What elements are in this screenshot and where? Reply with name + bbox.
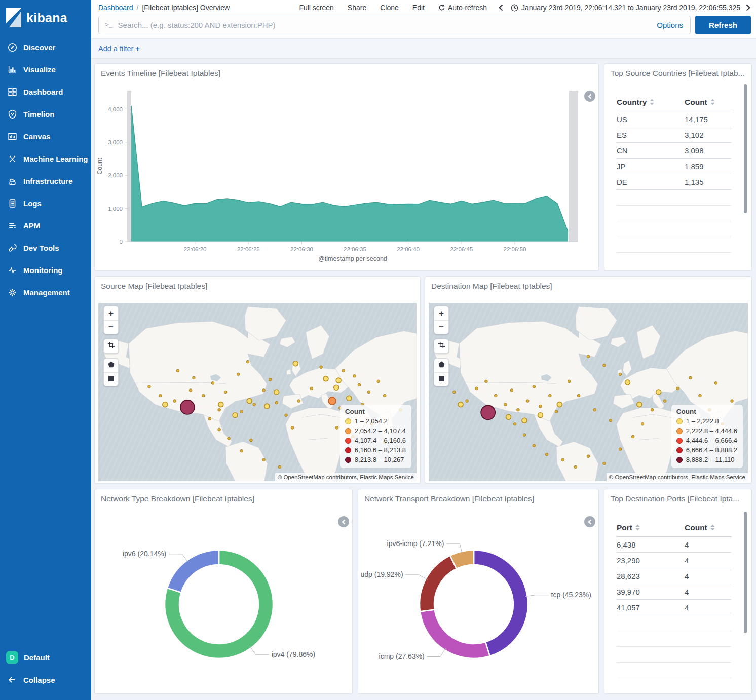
map-attribution[interactable]: © OpenStreetMap contributors, Elastic Ma… (275, 473, 417, 481)
refresh-button[interactable]: Refresh (695, 16, 751, 34)
sidebar-item-timelion[interactable]: Timelion (0, 103, 91, 125)
sidebar-item-machine-learning[interactable]: Machine Learning (0, 147, 91, 170)
sidebar-item-management[interactable]: Management (0, 281, 91, 303)
rectangle-icon (438, 374, 445, 384)
column-header-port[interactable]: Port (617, 523, 685, 532)
sort-icon (635, 524, 640, 531)
table-row: 23,2904 (617, 553, 731, 568)
pie-slice-icmp[interactable] (420, 609, 490, 658)
table-row-empty (617, 206, 731, 221)
destination-map[interactable]: +−Count1 – 2,222.82,222.8 – 4,444.64,444… (429, 303, 748, 481)
table-cell: 1,135 (685, 178, 731, 186)
map-draw-rectangle-button[interactable] (104, 372, 118, 386)
sidebar-item-monitoring[interactable]: Monitoring (0, 259, 91, 281)
time-prev-button[interactable] (498, 4, 504, 11)
column-header-country[interactable]: Country (617, 98, 685, 107)
map-fit-bounds-button[interactable] (104, 339, 118, 353)
legend-entry: 2,222.8 – 4,444.6 (676, 427, 737, 435)
svg-text:22:06:35: 22:06:35 (344, 246, 366, 252)
pie-slice-udp[interactable] (420, 556, 457, 612)
add-filter-button[interactable]: Add a filter+ (98, 45, 140, 53)
table-row: 6,4384 (617, 537, 731, 553)
breadcrumb-current: [Filebeat Iptables] Overview (142, 4, 230, 12)
query-options-link[interactable]: Options (657, 21, 683, 29)
pie-slice-tcp[interactable] (474, 550, 528, 656)
map-zoom-out-button[interactable]: − (434, 320, 448, 334)
map-draw-rectangle-button[interactable] (434, 372, 448, 386)
sort-icon (650, 99, 654, 105)
sidebar-item-spaces[interactable]: D Default (0, 646, 91, 669)
legend-swatch (345, 457, 351, 463)
table-cell: ES (617, 131, 685, 139)
sidebar-item-infrastructure[interactable]: Infrastructure (0, 170, 91, 192)
search-input[interactable] (118, 21, 657, 29)
sidebar-item-logs[interactable]: Logs (0, 192, 91, 214)
table-row: US14,175 (617, 111, 731, 127)
column-header-count[interactable]: Count (685, 98, 731, 107)
legend-entry: 4,107.4 – 6,160.6 (345, 437, 406, 444)
table-cell: 4 (685, 556, 731, 565)
panel-top-destination-ports: Top Destination Ports [Filebeat Ipta... … (604, 489, 752, 694)
menu-item-clone[interactable]: Clone (380, 4, 399, 12)
panel-destination-map: Destination Map [Filebeat Iptables] +−Co… (425, 276, 752, 484)
map-draw-polygon-button[interactable] (434, 359, 448, 372)
table-cell: 3,102 (685, 131, 731, 139)
filter-bar: Add a filter+ (91, 38, 756, 59)
legend-toggle-button[interactable] (584, 516, 595, 527)
pie-slice-ipv6[interactable] (167, 550, 219, 593)
time-next-button[interactable] (745, 4, 751, 11)
legend-entry: 1 – 2,222.8 (676, 417, 737, 425)
map-legend: Count1 – 2,054.22,054.2 – 4,107.44,107.4… (340, 405, 411, 468)
legend-label: 4,107.4 – 6,160.6 (355, 437, 406, 444)
time-range-text: January 23rd 2019, 22:06:14.321 to Janua… (521, 4, 740, 12)
ports-table: PortCount6,438423,290428,623439,970441,0… (617, 519, 731, 678)
legend-label: 8,213.8 – 10,267 (355, 456, 404, 463)
map-zoom-out-button[interactable]: − (104, 320, 118, 334)
source-map[interactable]: +−Count1 – 2,054.22,054.2 – 4,107.44,107… (98, 303, 417, 481)
sidebar-item-visualize[interactable]: Visualize (0, 58, 91, 81)
table-cell: DE (617, 178, 685, 186)
svg-text:22:06:45: 22:06:45 (450, 246, 473, 252)
table-row: ES3,102 (617, 127, 731, 143)
map-zoom-in-button[interactable]: + (434, 306, 448, 320)
column-header-count[interactable]: Count (685, 523, 731, 532)
menu-item-edit[interactable]: Edit (412, 4, 425, 12)
legend-toggle-button[interactable] (338, 516, 349, 527)
sidebar-item-dev-tools[interactable]: Dev Tools (0, 237, 91, 259)
table-cell: 23,290 (617, 556, 685, 565)
map-attribution[interactable]: © OpenStreetMap contributors, Elastic Ma… (607, 473, 748, 481)
apm-icon (7, 220, 18, 231)
search-box[interactable]: >_ Options (98, 16, 691, 34)
kibana-logo[interactable]: kibana (0, 0, 91, 34)
breadcrumb: Dashboard/[Filebeat Iptables] Overview (98, 4, 230, 12)
svg-text:22:06:30: 22:06:30 (290, 246, 313, 252)
sidebar-nav: DiscoverVisualizeDashboardTimelionCanvas… (0, 36, 91, 303)
sidebar-item-discover[interactable]: Discover (0, 36, 91, 58)
menu-item-share[interactable]: Share (348, 4, 366, 12)
panel-title: Top Destination Ports [Filebeat Ipta... (604, 489, 751, 503)
kibana-logo-icon (6, 8, 21, 27)
sidebar-collapse-button[interactable]: Collapse (0, 669, 91, 691)
breadcrumb-separator: / (137, 4, 139, 12)
breadcrumb-dashboard-link[interactable]: Dashboard (98, 4, 133, 12)
sidebar-item-label: Visualize (23, 65, 56, 74)
network-type-donut: ipv4 (79.86%)ipv6 (20.14%) (95, 489, 352, 693)
sidebar-item-canvas[interactable]: Canvas (0, 125, 91, 147)
menu-item-full-screen[interactable]: Full screen (299, 4, 333, 12)
scrollbar[interactable] (744, 512, 747, 633)
map-draw-polygon-button[interactable] (104, 359, 118, 372)
map-fit-bounds-button[interactable] (434, 339, 448, 353)
legend-toggle-button[interactable] (584, 91, 595, 102)
events-timeline-plot[interactable]: 01,0002,0003,0004,00022:06:2022:06:2522:… (95, 78, 599, 271)
map-zoom-in-button[interactable]: + (104, 306, 118, 320)
sidebar-item-apm[interactable]: APM (0, 214, 91, 237)
scrollbar[interactable] (744, 84, 747, 213)
legend-label: 6,666.4 – 8,888.2 (686, 446, 737, 454)
sidebar-item-dashboard[interactable]: Dashboard (0, 81, 91, 103)
time-range-picker[interactable]: January 23rd 2019, 22:06:14.321 to Janua… (511, 4, 740, 12)
sidebar-item-label: Machine Learning (23, 154, 88, 163)
table-row: JP1,859 (617, 159, 731, 174)
space-badge: D (6, 651, 18, 664)
table-cell: 28,623 (617, 572, 685, 580)
menu-item-auto-refresh[interactable]: Auto-refresh (438, 4, 487, 12)
